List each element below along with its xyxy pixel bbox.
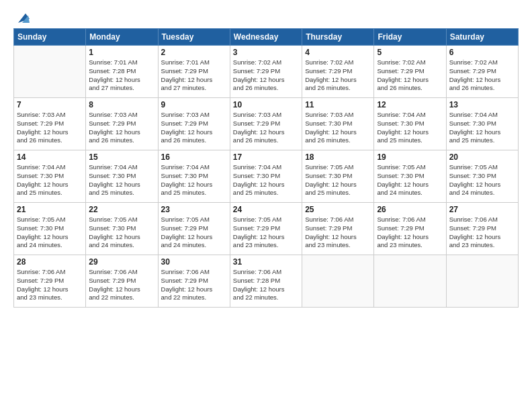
day-number: 22 [89, 205, 154, 214]
day-number: 31 [233, 257, 299, 267]
day-number: 8 [89, 100, 154, 109]
day-info: Sunrise: 7:02 AM Sunset: 7:29 PM Dayligh… [233, 58, 299, 93]
calendar-day-cell: 20Sunrise: 7:05 AM Sunset: 7:30 PM Dayli… [446, 150, 518, 203]
calendar-day-cell: 17Sunrise: 7:04 AM Sunset: 7:30 PM Dayli… [230, 150, 302, 203]
day-info: Sunrise: 7:04 AM Sunset: 7:30 PM Dayligh… [161, 163, 227, 197]
calendar-day-cell: 25Sunrise: 7:06 AM Sunset: 7:29 PM Dayli… [302, 203, 374, 255]
day-number: 26 [377, 205, 443, 214]
calendar-day-cell: 9Sunrise: 7:03 AM Sunset: 7:29 PM Daylig… [158, 98, 230, 150]
calendar-day-cell: 22Sunrise: 7:05 AM Sunset: 7:30 PM Dayli… [86, 203, 158, 255]
calendar-body: 1Sunrise: 7:01 AM Sunset: 7:28 PM Daylig… [14, 46, 519, 308]
day-info: Sunrise: 7:05 AM Sunset: 7:30 PM Dayligh… [89, 216, 154, 250]
calendar-day-cell: 6Sunrise: 7:02 AM Sunset: 7:29 PM Daylig… [446, 46, 518, 98]
calendar-day-cell [446, 255, 518, 308]
day-number: 18 [305, 152, 371, 162]
calendar-week-row: 28Sunrise: 7:06 AM Sunset: 7:29 PM Dayli… [14, 255, 519, 308]
day-number: 7 [17, 100, 83, 109]
day-info: Sunrise: 7:01 AM Sunset: 7:28 PM Dayligh… [89, 58, 154, 93]
calendar-header-row: SundayMondayTuesdayWednesdayThursdayFrid… [14, 29, 519, 46]
day-number: 4 [305, 48, 371, 57]
day-info: Sunrise: 7:05 AM Sunset: 7:29 PM Dayligh… [233, 216, 299, 250]
calendar-header-cell: Friday [374, 29, 446, 46]
day-number: 10 [233, 100, 299, 109]
day-info: Sunrise: 7:05 AM Sunset: 7:30 PM Dayligh… [17, 216, 83, 250]
calendar-day-cell: 21Sunrise: 7:05 AM Sunset: 7:30 PM Dayli… [14, 203, 86, 255]
calendar-day-cell: 26Sunrise: 7:06 AM Sunset: 7:29 PM Dayli… [374, 203, 446, 255]
calendar-day-cell [14, 46, 86, 98]
day-info: Sunrise: 7:03 AM Sunset: 7:30 PM Dayligh… [305, 111, 371, 145]
day-number: 11 [305, 100, 371, 109]
calendar-week-row: 1Sunrise: 7:01 AM Sunset: 7:28 PM Daylig… [14, 46, 519, 98]
day-number: 19 [377, 152, 443, 162]
day-number: 21 [17, 205, 83, 214]
day-info: Sunrise: 7:04 AM Sunset: 7:30 PM Dayligh… [377, 111, 443, 145]
calendar-day-cell: 8Sunrise: 7:03 AM Sunset: 7:29 PM Daylig… [86, 98, 158, 150]
calendar-day-cell: 24Sunrise: 7:05 AM Sunset: 7:29 PM Dayli… [230, 203, 302, 255]
day-number: 3 [233, 48, 299, 57]
calendar-day-cell: 18Sunrise: 7:05 AM Sunset: 7:30 PM Dayli… [302, 150, 374, 203]
day-info: Sunrise: 7:05 AM Sunset: 7:30 PM Dayligh… [449, 163, 515, 197]
day-info: Sunrise: 7:06 AM Sunset: 7:29 PM Dayligh… [161, 268, 227, 302]
day-number: 15 [89, 152, 154, 162]
calendar-day-cell: 4Sunrise: 7:02 AM Sunset: 7:29 PM Daylig… [302, 46, 374, 98]
calendar-day-cell: 23Sunrise: 7:05 AM Sunset: 7:29 PM Dayli… [158, 203, 230, 255]
day-number: 13 [449, 100, 515, 109]
day-info: Sunrise: 7:02 AM Sunset: 7:29 PM Dayligh… [305, 58, 371, 93]
day-number: 28 [17, 257, 83, 267]
day-number: 5 [377, 48, 443, 57]
day-number: 24 [233, 205, 299, 214]
calendar-header-cell: Sunday [14, 29, 86, 46]
calendar-day-cell: 12Sunrise: 7:04 AM Sunset: 7:30 PM Dayli… [374, 98, 446, 150]
day-number: 30 [161, 257, 227, 267]
calendar-day-cell: 29Sunrise: 7:06 AM Sunset: 7:29 PM Dayli… [86, 255, 158, 308]
day-number: 20 [449, 152, 515, 162]
day-info: Sunrise: 7:06 AM Sunset: 7:29 PM Dayligh… [89, 268, 154, 302]
calendar: SundayMondayTuesdayWednesdayThursdayFrid… [13, 28, 519, 308]
calendar-header-cell: Tuesday [158, 29, 230, 46]
calendar-day-cell: 7Sunrise: 7:03 AM Sunset: 7:29 PM Daylig… [14, 98, 86, 150]
day-info: Sunrise: 7:05 AM Sunset: 7:30 PM Dayligh… [305, 163, 371, 197]
day-info: Sunrise: 7:03 AM Sunset: 7:29 PM Dayligh… [89, 111, 154, 145]
calendar-day-cell: 2Sunrise: 7:01 AM Sunset: 7:29 PM Daylig… [158, 46, 230, 98]
day-info: Sunrise: 7:06 AM Sunset: 7:29 PM Dayligh… [305, 216, 371, 250]
day-number: 23 [161, 205, 227, 214]
day-number: 12 [377, 100, 443, 109]
day-info: Sunrise: 7:04 AM Sunset: 7:30 PM Dayligh… [89, 163, 154, 197]
calendar-day-cell: 27Sunrise: 7:06 AM Sunset: 7:29 PM Dayli… [446, 203, 518, 255]
day-info: Sunrise: 7:04 AM Sunset: 7:30 PM Dayligh… [449, 111, 515, 145]
calendar-day-cell: 15Sunrise: 7:04 AM Sunset: 7:30 PM Dayli… [86, 150, 158, 203]
calendar-day-cell: 30Sunrise: 7:06 AM Sunset: 7:29 PM Dayli… [158, 255, 230, 308]
day-number: 6 [449, 48, 515, 57]
day-number: 25 [305, 205, 371, 214]
day-info: Sunrise: 7:02 AM Sunset: 7:29 PM Dayligh… [449, 58, 515, 93]
day-number: 29 [89, 257, 154, 267]
day-number: 27 [449, 205, 515, 214]
calendar-day-cell: 10Sunrise: 7:03 AM Sunset: 7:29 PM Dayli… [230, 98, 302, 150]
day-number: 16 [161, 152, 227, 162]
calendar-day-cell [374, 255, 446, 308]
calendar-day-cell [302, 255, 374, 308]
calendar-header-cell: Thursday [302, 29, 374, 46]
day-number: 2 [161, 48, 227, 57]
calendar-day-cell: 16Sunrise: 7:04 AM Sunset: 7:30 PM Dayli… [158, 150, 230, 203]
day-number: 1 [89, 48, 154, 57]
day-info: Sunrise: 7:04 AM Sunset: 7:30 PM Dayligh… [17, 163, 83, 197]
day-number: 9 [161, 100, 227, 109]
day-info: Sunrise: 7:02 AM Sunset: 7:29 PM Dayligh… [377, 58, 443, 93]
calendar-header-cell: Wednesday [230, 29, 302, 46]
day-number: 17 [233, 152, 299, 162]
day-info: Sunrise: 7:01 AM Sunset: 7:29 PM Dayligh… [161, 58, 227, 93]
calendar-day-cell: 28Sunrise: 7:06 AM Sunset: 7:29 PM Dayli… [14, 255, 86, 308]
day-info: Sunrise: 7:06 AM Sunset: 7:28 PM Dayligh… [233, 268, 299, 302]
day-info: Sunrise: 7:03 AM Sunset: 7:29 PM Dayligh… [17, 111, 83, 145]
day-info: Sunrise: 7:03 AM Sunset: 7:29 PM Dayligh… [161, 111, 227, 145]
calendar-header-cell: Monday [86, 29, 158, 46]
logo [13, 12, 30, 24]
calendar-week-row: 7Sunrise: 7:03 AM Sunset: 7:29 PM Daylig… [14, 98, 519, 150]
calendar-day-cell: 31Sunrise: 7:06 AM Sunset: 7:28 PM Dayli… [230, 255, 302, 308]
day-number: 14 [17, 152, 83, 162]
calendar-week-row: 14Sunrise: 7:04 AM Sunset: 7:30 PM Dayli… [14, 150, 519, 203]
day-info: Sunrise: 7:06 AM Sunset: 7:29 PM Dayligh… [449, 216, 515, 250]
calendar-day-cell: 19Sunrise: 7:05 AM Sunset: 7:30 PM Dayli… [374, 150, 446, 203]
day-info: Sunrise: 7:03 AM Sunset: 7:29 PM Dayligh… [233, 111, 299, 145]
